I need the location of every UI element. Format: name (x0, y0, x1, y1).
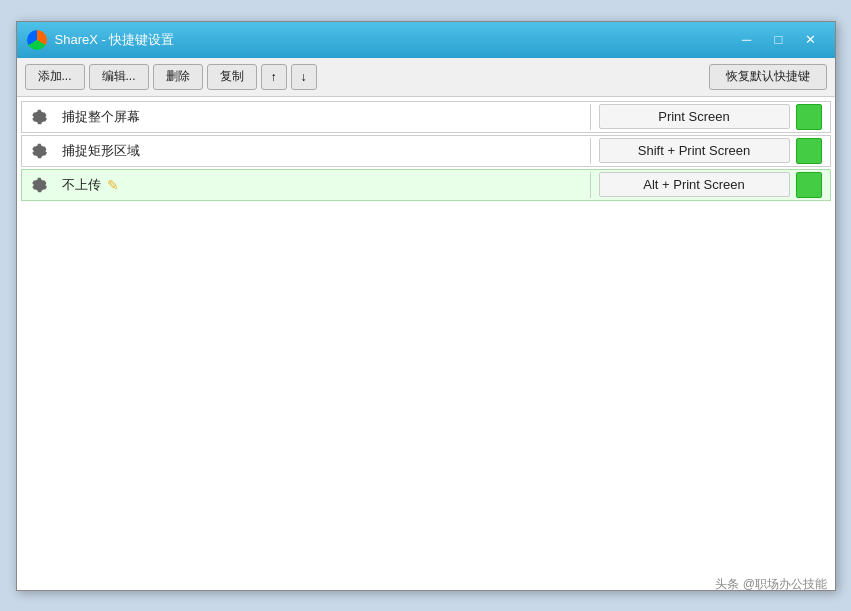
restore-defaults-button[interactable]: 恢复默认快捷键 (709, 64, 827, 90)
table-row: 捕捉矩形区域 Shift + Print Screen (21, 135, 831, 167)
window-title: ShareX - 快捷键设置 (55, 31, 175, 49)
gear-cell-1 (22, 104, 54, 130)
color-indicator-2 (796, 138, 822, 164)
app-icon (27, 30, 47, 50)
edit-icon[interactable]: ✎ (107, 177, 119, 193)
color-indicator-3 (796, 172, 822, 198)
hotkey-name-3: 不上传 ✎ (54, 172, 590, 198)
close-button[interactable]: ✕ (797, 29, 825, 51)
edit-button[interactable]: 编辑... (89, 64, 149, 90)
shortcut-cell-3: Alt + Print Screen (590, 172, 830, 198)
maximize-button[interactable]: □ (765, 29, 793, 51)
table-row: 不上传 ✎ Alt + Print Screen (21, 169, 831, 201)
gear-icon[interactable] (29, 142, 47, 160)
gear-cell-3 (22, 172, 54, 198)
toolbar: 添加... 编辑... 删除 复制 ↑ ↓ 恢复默认快捷键 (17, 58, 835, 97)
gear-icon[interactable] (29, 176, 47, 194)
shortcut-cell-1: Print Screen (590, 104, 830, 130)
shortcut-button-1[interactable]: Print Screen (599, 104, 790, 129)
shortcut-button-3[interactable]: Alt + Print Screen (599, 172, 790, 197)
move-down-button[interactable]: ↓ (291, 64, 317, 90)
hotkey-name-1: 捕捉整个屏幕 (54, 104, 590, 130)
gear-cell-2 (22, 138, 54, 164)
gear-icon[interactable] (29, 108, 47, 126)
color-indicator-1 (796, 104, 822, 130)
table-row: 捕捉整个屏幕 Print Screen (21, 101, 831, 133)
shortcut-cell-2: Shift + Print Screen (590, 138, 830, 164)
minimize-button[interactable]: ─ (733, 29, 761, 51)
delete-button[interactable]: 删除 (153, 64, 203, 90)
main-window: ShareX - 快捷键设置 ─ □ ✕ 添加... 编辑... 删除 复制 ↑… (16, 21, 836, 591)
title-bar-left: ShareX - 快捷键设置 (27, 30, 175, 50)
watermark-text: 头条 @职场办公技能 (715, 576, 827, 593)
move-up-button[interactable]: ↑ (261, 64, 287, 90)
copy-button[interactable]: 复制 (207, 64, 257, 90)
hotkey-name-2: 捕捉矩形区域 (54, 138, 590, 164)
hotkey-list: 捕捉整个屏幕 Print Screen 捕捉矩形区域 Shift + Print… (17, 97, 835, 590)
shortcut-button-2[interactable]: Shift + Print Screen (599, 138, 790, 163)
add-button[interactable]: 添加... (25, 64, 85, 90)
title-bar: ShareX - 快捷键设置 ─ □ ✕ (17, 22, 835, 58)
title-bar-controls: ─ □ ✕ (733, 29, 825, 51)
